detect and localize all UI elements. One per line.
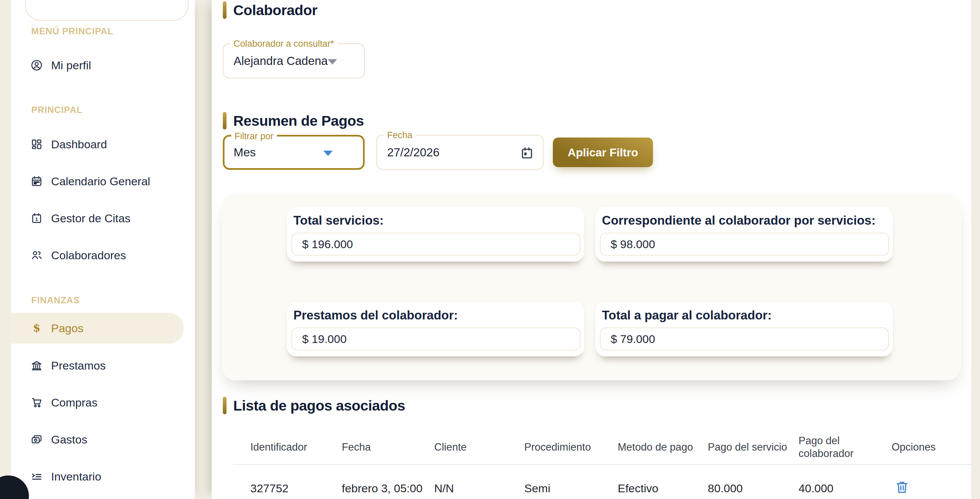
sidebar-item-gestor-de-citas[interactable]: 1 Gestor de Citas [11, 203, 195, 234]
sidebar-item-label: Colaboradores [51, 249, 126, 262]
column-header: Identificador [250, 441, 342, 454]
section-title-lista-pagos: Lista de pagos asociados [233, 397, 405, 414]
heading-accent-bar [223, 2, 226, 19]
fecha-value: 27/2/2026 [387, 136, 439, 169]
dashboard-icon [30, 138, 43, 151]
sidebar-section-finanzas: FINANZAS [31, 295, 195, 306]
sidebar-item-label: Gestor de Citas [51, 212, 130, 225]
sidebar-item-dashboard[interactable]: Dashboard [11, 129, 195, 160]
column-header: Cliente [434, 441, 524, 454]
dollar-icon: $ [30, 322, 43, 335]
delete-payment-button[interactable] [893, 478, 911, 497]
stat-card-correspondiente: Correspondiente al colaborador por servi… [595, 207, 893, 261]
stat-title: Total a pagar al colaborador: [602, 308, 889, 322]
filtrar-por-select[interactable]: Filtrar por Mes [223, 135, 364, 170]
colaborador-heading-row: Colaborador [223, 1, 971, 19]
svg-text:1: 1 [35, 217, 38, 222]
stat-title: Correspondiente al colaborador por servi… [602, 214, 889, 228]
stat-title: Prestamos del colaborador: [293, 308, 581, 322]
cell-procedimiento: Semi [524, 482, 618, 495]
logo-card [25, 0, 189, 21]
sidebar-item-label: Dashboard [51, 138, 107, 151]
sidebar-item-label: Gastos [51, 433, 88, 446]
colaborador-select[interactable]: Colaborador a consultar* Alejandra Caden… [223, 43, 364, 78]
sidebar-item-colaboradores[interactable]: Colaboradores [11, 240, 195, 271]
wallet-icon [30, 433, 43, 446]
heading-accent-bar [223, 112, 226, 129]
section-title-resumen: Resumen de Pagos [233, 113, 364, 129]
sidebar-item-compras[interactable]: Compras [11, 387, 195, 418]
cell-identificador: 327752 [250, 482, 342, 495]
column-header: Opciones [892, 441, 959, 454]
stat-value: $ 19.000 [291, 327, 581, 351]
chevron-down-icon [323, 151, 333, 156]
sidebar-item-mi-perfil[interactable]: Mi perfil [11, 50, 195, 81]
sidebar: MENÚ PRINCIPAL Mi perfil PRINCIPAL D [11, 0, 195, 499]
cell-metodo-pago: Efectivo [618, 482, 708, 495]
svg-text:$: $ [33, 322, 40, 334]
sidebar-item-calendario-general[interactable]: Calendario General [11, 166, 195, 197]
sidebar-section-menu-principal: MENÚ PRINCIPAL [31, 26, 195, 37]
stat-card-prestamos: Prestamos del colaborador: $ 19.000 [287, 301, 584, 356]
filter-row: Filtrar por Mes Fecha 27/2/2026 Aplicar … [223, 135, 971, 170]
cell-fecha: febrero 3, 05:00 [342, 482, 426, 495]
user-circle-icon [30, 59, 43, 72]
column-header: Fecha [342, 441, 434, 454]
cell-pago-colaborador: 40.000 [799, 482, 892, 495]
sidebar-item-label: Calendario General [51, 175, 150, 188]
sidebar-item-pagos[interactable]: $ Pagos [11, 313, 184, 344]
main-content: Colaborador Colaborador a consultar* Ale… [212, 0, 971, 499]
stat-title: Total servicios: [293, 214, 581, 228]
sidebar-item-label: Pagos [51, 322, 83, 335]
column-header: Pago del colaborador [799, 434, 892, 460]
resumen-summary-card: Total servicios: $ 196.000 Correspondien… [222, 194, 961, 380]
column-header: Procedimiento [524, 441, 618, 454]
aplicar-filtro-button[interactable]: Aplicar Filtro [553, 137, 653, 167]
bank-icon [30, 359, 43, 372]
cell-cliente: N/N [434, 482, 524, 495]
stat-value: $ 98.000 [600, 233, 889, 255]
calendar-picker-icon[interactable] [519, 145, 535, 161]
heading-accent-bar [223, 397, 226, 414]
sidebar-item-label: Inventario [51, 470, 101, 483]
filtrar-por-value: Mes [234, 137, 256, 168]
column-header: Pago del servicio [708, 441, 799, 454]
sidebar-item-inventario[interactable]: Inventario [11, 461, 195, 492]
stat-value: $ 196.000 [291, 233, 581, 255]
payments-table-header: Identificador Fecha Cliente Procedimient… [250, 430, 971, 464]
chevron-down-icon [328, 59, 337, 65]
trash-icon [894, 492, 910, 497]
cart-icon [30, 396, 43, 409]
sidebar-section-principal: PRINCIPAL [31, 104, 195, 116]
resumen-heading-row: Resumen de Pagos [223, 111, 971, 130]
cell-pago-servicio: 80.000 [708, 482, 799, 495]
table-row: 327752 febrero 3, 05:00 N/N Semi Efectiv… [250, 465, 971, 499]
sidebar-item-gastos[interactable]: Gastos [11, 424, 195, 455]
sidebar-item-label: Mi perfil [51, 59, 91, 72]
list-indent-icon [30, 470, 43, 483]
column-header: Metodo de pago [618, 441, 708, 454]
stat-value: $ 79.000 [600, 327, 889, 351]
lista-heading-row: Lista de pagos asociados [223, 396, 971, 415]
sidebar-item-label: Compras [51, 396, 97, 409]
stat-card-total-a-pagar: Total a pagar al colaborador: $ 79.000 [595, 301, 893, 356]
calendar-icon [30, 175, 43, 188]
colaborador-select-value: Alejandra Cadena [234, 44, 328, 78]
fecha-input[interactable]: Fecha 27/2/2026 [376, 135, 543, 170]
page-title-colaborador: Colaborador [233, 2, 317, 19]
calendar-event-icon: 1 [30, 212, 43, 225]
people-icon [30, 249, 43, 261]
sidebar-item-prestamos[interactable]: Prestamos [11, 350, 195, 381]
stat-card-total-servicios: Total servicios: $ 196.000 [287, 207, 584, 261]
sidebar-item-label: Prestamos [51, 359, 106, 372]
